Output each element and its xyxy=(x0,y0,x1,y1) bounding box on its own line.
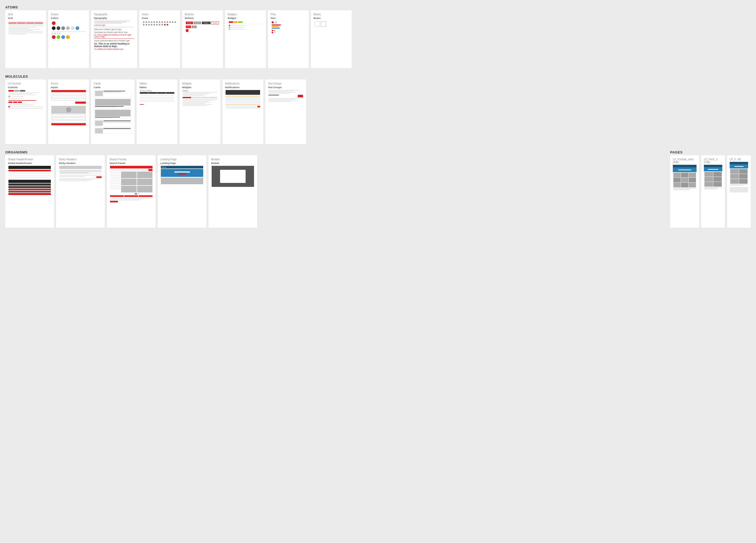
molecules-section: MOLECULES UI Controls Controls xyxy=(5,74,751,144)
page-card-lp-forsale-996[interactable]: LP_ForSale_med (996) xyxy=(670,155,699,228)
org-modals-title: Modals xyxy=(211,158,255,161)
org-global-header-inner: Global Header/Footer xyxy=(8,162,51,165)
landing-page-preview: Home• xyxy=(160,165,204,185)
atom-card-typography[interactable]: Typography Typography Link text style Bo… xyxy=(91,10,137,68)
org-sticky-headers-inner: Sticky Headers xyxy=(59,162,102,165)
atom-badges-inner: Badges xyxy=(228,17,263,19)
mol-tables-title: Tables xyxy=(139,82,175,85)
notifications-preview xyxy=(225,89,261,109)
atom-icons-inner: Icons xyxy=(142,17,177,19)
atom-pins-inner: Pins xyxy=(271,17,306,19)
lp-forsale-996-preview xyxy=(673,165,697,191)
atom-card-colors[interactable]: Colors Colors C M Y xyxy=(48,10,89,68)
page-lp-forsale-996-title: LP_ForSale_med (996) xyxy=(673,158,697,164)
atoms-section: ATOMS Grid Grid xyxy=(5,5,751,68)
text-groups-preview xyxy=(268,89,304,103)
atom-typography-title: Typography xyxy=(94,13,135,16)
pages-label: PAGES xyxy=(670,150,751,154)
organisms-label: ORGANISMS xyxy=(5,150,668,154)
org-card-sticky-headers[interactable]: Sticky Headers Sticky Headers xyxy=(56,155,105,228)
atom-card-pins[interactable]: Pins Pins xyxy=(268,10,309,68)
atoms-row: Grid Grid xyxy=(5,10,751,68)
buttons-preview: Button Button Button Button Btn Btn xyxy=(185,20,220,33)
bottom-section: ORGANISMS Global Header/Footer Global He… xyxy=(5,150,751,234)
global-header-preview xyxy=(8,165,51,196)
mol-text-groups-title: Text Goups xyxy=(268,82,304,85)
atom-card-buttons[interactable]: Buttons Buttons Button Button Button But… xyxy=(182,10,223,68)
cards-preview xyxy=(94,89,132,135)
atom-grid-inner: Grid xyxy=(8,17,43,19)
mol-forms-inner: Inputs xyxy=(51,86,86,89)
pages-row: LP_ForSale_med (996) xyxy=(670,155,751,228)
widgets-preview: Widgets xyxy=(182,89,218,107)
organisms-section: ORGANISMS Global Header/Footer Global He… xyxy=(5,150,668,234)
mol-card-text-groups[interactable]: Text Goups Text Groups xyxy=(265,79,306,144)
atom-card-grid[interactable]: Grid Grid xyxy=(5,10,46,68)
org-modals-inner: Modals xyxy=(211,162,255,165)
mol-notifications-inner: Notifications xyxy=(225,86,261,89)
molecules-label: MOLECULES xyxy=(5,74,751,78)
grid-preview xyxy=(8,20,43,36)
atom-icons-title: Icons xyxy=(142,13,177,16)
page-lp-f-80-title: LP_F...80 xyxy=(730,158,748,161)
page-card-lp-f-80[interactable]: LP_F...80 xyxy=(727,155,751,228)
atom-buttons-inner: Buttons xyxy=(185,17,220,19)
mol-notifications-title: Notifications xyxy=(225,82,261,85)
atom-boxes-inner: Boxes xyxy=(314,17,349,19)
atom-pins-title: Pins xyxy=(271,13,306,16)
pages-section: PAGES LP_ForSale_med (996) xyxy=(670,150,751,234)
org-search-facets-inner: Search Facets xyxy=(110,162,153,165)
lp-forsale-768-preview xyxy=(704,165,722,190)
colors-preview: C M Y K xyxy=(51,20,86,41)
atom-grid-title: Grid xyxy=(8,13,43,16)
pins-preview xyxy=(271,20,306,34)
atom-badges-title: Badges xyxy=(228,13,263,16)
atom-card-boxes[interactable]: Boxes Boxes xyxy=(311,10,352,68)
forms-preview xyxy=(51,89,86,126)
molecules-row: UI Controls Controls xyxy=(5,79,751,144)
mol-widgets-inner: Widgets xyxy=(182,86,218,89)
organisms-row: Global Header/Footer Global Header/Foote… xyxy=(5,155,668,228)
page-card-lp-forsale-768[interactable]: LP_ForS...ll (768) xyxy=(701,155,725,228)
mol-forms-title: Forms xyxy=(51,82,86,85)
typography-preview: Link text style Body text in Roboto Ligh… xyxy=(94,20,135,51)
mol-card-forms[interactable]: Forms Inputs xyxy=(48,79,89,144)
search-facets-preview xyxy=(110,165,153,203)
ui-controls-preview xyxy=(8,89,43,110)
mol-card-cards[interactable]: Cards Cards xyxy=(91,79,135,144)
mol-card-notifications[interactable]: Notifications Notifications xyxy=(222,79,263,144)
mol-text-groups-inner: Text Groups xyxy=(268,86,304,89)
atom-boxes-title: Boxes xyxy=(314,13,349,16)
org-landing-page-title: Landing Page xyxy=(160,158,204,161)
lp-f-80-preview xyxy=(730,162,748,186)
atom-buttons-title: Buttons xyxy=(185,13,220,16)
page-lp-forsale-768-title: LP_ForS...ll (768) xyxy=(704,158,722,164)
atoms-label: ATOMS xyxy=(5,5,751,9)
mol-ui-controls-inner: Controls xyxy=(8,86,43,89)
org-card-global-header[interactable]: Global Header/Footer Global Header/Foote… xyxy=(5,155,54,228)
mol-cards-title: Cards xyxy=(94,82,132,85)
icons-preview xyxy=(142,20,177,27)
mol-card-ui-controls[interactable]: UI Controls Controls xyxy=(5,79,46,144)
atom-card-badges[interactable]: Badges Badges xyxy=(225,10,266,68)
org-global-header-title: Global Header/Footer xyxy=(8,158,51,161)
org-card-landing-page[interactable]: Landing Page Landing Page Home• xyxy=(158,155,206,228)
org-landing-page-inner: Landing Page xyxy=(160,162,204,165)
modals-preview xyxy=(211,165,255,187)
boxes-preview xyxy=(314,20,349,28)
org-card-modals[interactable]: Modals Modals xyxy=(208,155,257,228)
mol-cards-inner: Cards xyxy=(94,86,132,89)
badges-preview xyxy=(228,20,263,32)
mol-widgets-title: Widgets xyxy=(182,82,218,85)
mol-card-widgets[interactable]: Widgets Widgets Widgets xyxy=(180,79,220,144)
atom-typography-inner: Typography xyxy=(94,17,135,19)
org-sticky-headers-title: Sticky Headers xyxy=(59,158,102,161)
atom-colors-title: Colors xyxy=(51,13,86,16)
sticky-headers-preview xyxy=(59,165,102,182)
mol-tables-inner: Tables xyxy=(139,86,175,89)
tables-preview: Property Address xyxy=(139,89,175,105)
mol-card-tables[interactable]: Tables Tables Property Address xyxy=(137,79,177,144)
org-card-search-facets[interactable]: Search Facets Search Facets xyxy=(107,155,156,228)
atom-card-icons[interactable]: Icons Icons xyxy=(139,10,180,68)
atom-colors-inner: Colors xyxy=(51,17,86,19)
